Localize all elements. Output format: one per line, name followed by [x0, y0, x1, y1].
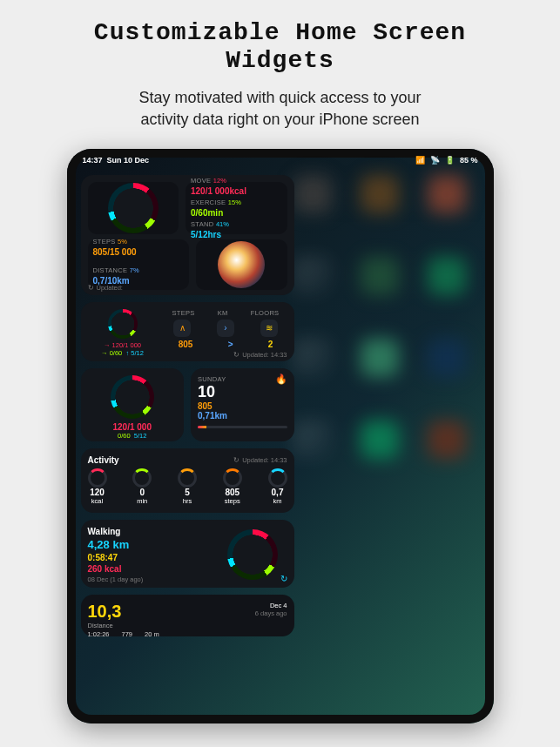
- activity-ring-icon: [108, 183, 159, 233]
- refresh-icon: ↻: [88, 284, 94, 292]
- walking-duration: 0:58:47: [88, 553, 211, 562]
- km-badge: ›: [217, 320, 234, 337]
- activity-ring-icon: [227, 529, 278, 580]
- walking-title: Walking: [88, 527, 211, 536]
- steps-value: 805: [198, 401, 287, 411]
- stand-value: 5/12hrs: [191, 230, 282, 239]
- widget-rings-small[interactable]: 120/1 000 0/60 5/12: [81, 368, 185, 441]
- move-ring-icon: [88, 468, 107, 488]
- distance-value: 10,3: [88, 602, 122, 622]
- page-title: Customizable Home ScreenWidgets: [0, 0, 560, 75]
- refresh-icon: ↻: [280, 574, 287, 583]
- exercise-value: 0/60min: [191, 208, 282, 218]
- widget-activity-row[interactable]: Activity ↻Updated: 14:33 120kcal 0min 5h…: [81, 448, 294, 513]
- battery-icon: 🔋: [445, 156, 455, 165]
- activity-ring-icon: [111, 375, 154, 419]
- stand-ring-icon: [178, 468, 197, 488]
- km-value: 0,71km: [198, 411, 287, 421]
- exercise-ring-icon: [132, 468, 152, 488]
- walking-kcal: 260 kcal: [88, 564, 211, 574]
- flame-icon: 🔥: [275, 374, 287, 385]
- steps-badge: ∧: [173, 320, 191, 337]
- widget-activity-large[interactable]: MOVE 12% 120/1 000kcal EXERCISE 15% 0/60…: [81, 175, 294, 295]
- updated-label: ↻Updated:: [88, 284, 123, 292]
- widget-distance-large[interactable]: 10,3 Dec 4 6 days ago Distance 1:02:26 7…: [81, 595, 294, 636]
- home-screen-apps-blurred: [293, 175, 480, 697]
- activity-title: Activity: [88, 455, 119, 465]
- holiday-photo-icon: [218, 241, 265, 288]
- signal-icon: 📶: [415, 156, 425, 165]
- distance-ring-icon: [268, 468, 287, 488]
- activity-ring-icon: [108, 309, 138, 339]
- wifi-icon: 📡: [430, 156, 440, 165]
- device-frame: 14:37 Sun 10 Dec 📶 📡 🔋 85 % MOVE 12%: [67, 149, 494, 723]
- walking-km: 4,28 km: [88, 538, 211, 551]
- move-value: 120/1 000kcal: [191, 186, 282, 196]
- refresh-icon: ↻: [233, 456, 240, 464]
- updated-label: ↻Updated: 14:33: [233, 455, 287, 465]
- widget-activity-medium[interactable]: → 120/1 000 → 0/60 ↑ 5/12 STEPS KM FLOOR…: [81, 302, 294, 361]
- floors-badge: ≋: [260, 320, 278, 337]
- status-bar: 14:37 Sun 10 Dec 📶 📡 🔋 85 %: [83, 156, 478, 165]
- widget-walking[interactable]: Walking 4,28 km 0:58:47 260 kcal 08 Dec …: [81, 520, 294, 588]
- day-number: 10: [198, 383, 287, 401]
- distance-ago: 6 days ago: [255, 609, 287, 617]
- steps-value: 805/15 000: [93, 247, 185, 257]
- steps-ring-icon: [223, 468, 242, 488]
- distance-date: Dec 4: [255, 602, 287, 609]
- widget-day-small[interactable]: 🔥 SUNDAY 10 805 0,71km: [191, 368, 294, 441]
- walking-date: 08 Dec (1 day ago): [88, 575, 211, 583]
- page-subtitle: Stay motivated with quick access to your…: [0, 87, 560, 130]
- refresh-icon: ↻: [233, 351, 240, 359]
- updated-label: ↻Updated: 14:33: [165, 351, 287, 359]
